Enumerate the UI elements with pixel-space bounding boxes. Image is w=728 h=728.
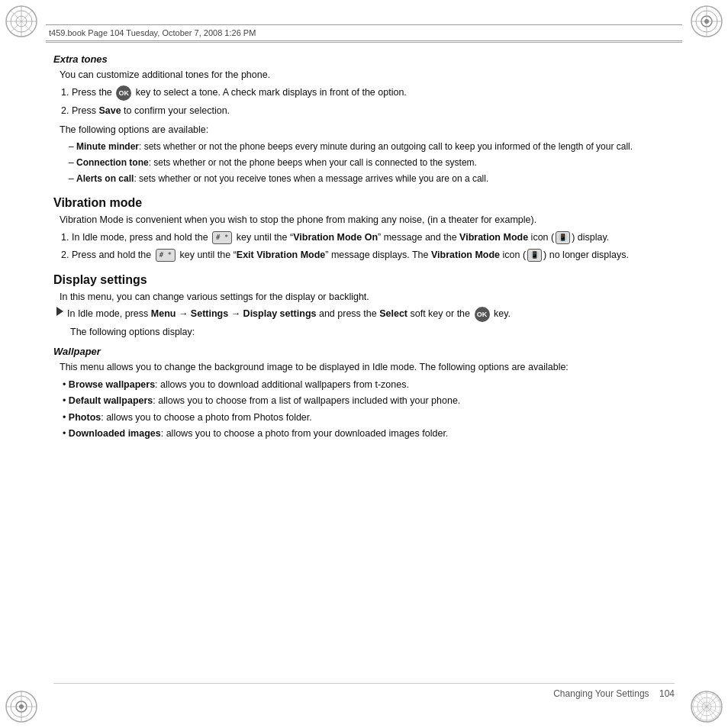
extra-tones-step-2: Press Save to confirm your selection.: [72, 104, 675, 118]
header-divider: [46, 42, 682, 43]
vibration-mode-section: Vibration mode Vibration Mode is conveni…: [53, 196, 675, 262]
vibration-mode-heading: Vibration mode: [53, 196, 675, 210]
wallpaper-section: Wallpaper This menu allows you to change…: [53, 346, 675, 441]
display-settings-nav-sub: The following options display:: [53, 325, 675, 340]
display-settings-intro: In this menu, you can change various set…: [53, 290, 675, 304]
wallpaper-option-photos: Photos: allows you to choose a photo fro…: [63, 411, 675, 425]
extra-tones-heading: Extra tones: [53, 53, 675, 65]
wallpaper-intro: This menu allows you to change the backg…: [53, 360, 675, 375]
wallpaper-option-downloaded: Downloaded images: allows you to choose …: [63, 427, 675, 441]
options-intro: The following options are available:: [53, 123, 675, 137]
svg-point-12: [704, 19, 709, 24]
extra-tones-step-1: Press the OK key to select a tone. A che…: [72, 85, 675, 101]
vibration-step-1: In Idle mode, press and hold the # * key…: [72, 230, 675, 245]
main-content: Extra tones You can customize additional…: [53, 53, 675, 682]
vib-icon-2: 📳: [527, 249, 542, 263]
display-settings-nav-row: In Idle mode, press Menu → Settings → Di…: [53, 307, 675, 322]
hash-key-icon-1: # *: [212, 231, 232, 245]
option-connection-tone: Connection tone: sets whether or not the…: [69, 156, 675, 169]
footer: Changing Your Settings 104: [53, 683, 675, 699]
option-minute-minder: Minute minder: sets whether or not the p…: [69, 140, 675, 153]
corner-decoration-tl: [3, 3, 40, 40]
wallpaper-option-default: Default wallpapers: allows you to choose…: [63, 394, 675, 408]
wallpaper-options: Browse wallpapers: allows you to downloa…: [63, 378, 675, 442]
extra-tones-options: Minute minder: sets whether or not the p…: [69, 140, 675, 185]
footer-section-label: Changing Your Settings: [553, 688, 649, 699]
wallpaper-option-browse: Browse wallpapers: allows you to downloa…: [63, 378, 675, 392]
vibration-step-2: Press and hold the # * key until the “Ex…: [72, 248, 675, 263]
header-text: t459.book Page 104 Tuesday, October 7, 2…: [49, 28, 256, 37]
ok-icon-1: OK: [116, 85, 131, 101]
hash-key-icon-2: # *: [156, 249, 176, 263]
footer-page-number: 104: [659, 688, 675, 699]
vibration-mode-steps: In Idle mode, press and hold the # * key…: [72, 230, 675, 263]
display-settings-heading: Display settings: [53, 273, 675, 287]
display-settings-nav: In Idle mode, press Menu → Settings → Di…: [67, 307, 511, 322]
svg-point-18: [19, 704, 24, 709]
corner-decoration-br: [688, 688, 725, 725]
option-alerts-on-call: Alerts on call: sets whether or not you …: [69, 172, 675, 185]
display-settings-section: Display settings In this menu, you can c…: [53, 273, 675, 442]
header-bar: t459.book Page 104 Tuesday, October 7, 2…: [46, 24, 682, 41]
wallpaper-heading: Wallpaper: [53, 346, 675, 357]
extra-tones-section: Extra tones You can customize additional…: [53, 53, 675, 185]
extra-tones-intro: You can customize additional tones for t…: [53, 68, 675, 82]
extra-tones-steps: Press the OK key to select a tone. A che…: [72, 85, 675, 118]
triangle-bullet-icon: [56, 307, 63, 316]
corner-decoration-bl: [3, 688, 40, 725]
vibration-mode-intro: Vibration Mode is convenient when you wi…: [53, 213, 675, 227]
corner-decoration-tr: [688, 3, 725, 40]
ok-icon-2: OK: [475, 307, 490, 322]
vib-icon-1: 📳: [556, 231, 570, 245]
